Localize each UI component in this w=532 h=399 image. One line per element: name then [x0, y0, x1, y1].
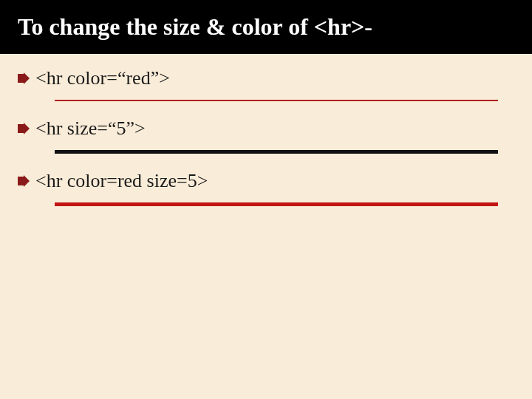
- bullet-arrow-icon: [18, 72, 30, 84]
- svg-marker-2: [18, 175, 30, 187]
- list-item-label: <hr size=“5”>: [35, 117, 146, 140]
- hr-example-size5: [55, 150, 498, 154]
- bullet-arrow-icon: [18, 175, 30, 187]
- list-item-label: <hr color=red size=5>: [35, 170, 208, 192]
- hr-example-red-size5: [55, 202, 498, 206]
- list-item: <hr color=red size=5>: [18, 170, 514, 206]
- svg-marker-1: [18, 123, 30, 134]
- list-item-label: <hr color=“red”>: [35, 67, 170, 89]
- list-item: <hr color=“red”>: [18, 67, 514, 101]
- bullet-arrow-icon: [18, 123, 30, 134]
- slide-title: To change the size & color of <hr>-: [0, 0, 532, 54]
- svg-marker-0: [18, 72, 30, 84]
- list-item: <hr size=“5”>: [18, 117, 514, 154]
- slide-content: <hr color=“red”> <hr size=“5”> <hr color…: [0, 54, 532, 206]
- hr-example-red: [55, 100, 498, 101]
